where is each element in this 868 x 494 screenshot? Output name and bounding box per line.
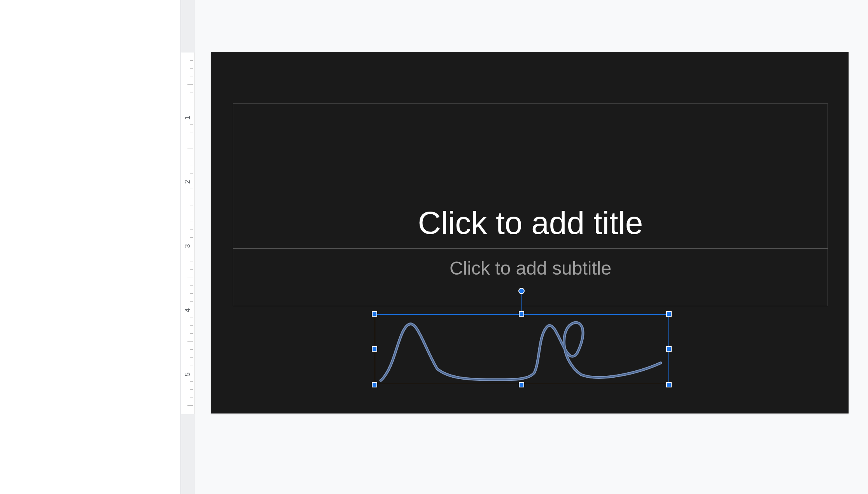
ruler-tick xyxy=(190,205,193,205)
ruler-label: 3 xyxy=(184,242,192,250)
ruler-tick xyxy=(190,389,193,390)
scribble-icon xyxy=(375,314,668,384)
ruler-label: 1 xyxy=(184,114,192,122)
vertical-ruler[interactable]: 1 2 3 4 5 xyxy=(181,53,195,414)
slide[interactable]: Click to add title Click to add subtitle xyxy=(211,52,849,413)
resize-handle-bottom-right[interactable] xyxy=(666,382,672,387)
ruler-tick xyxy=(190,197,193,197)
ruler-tick xyxy=(190,109,193,109)
ruler-tick xyxy=(190,261,193,261)
selected-scribble-shape[interactable] xyxy=(375,314,668,384)
ruler-tick xyxy=(190,237,193,238)
ruler-tick xyxy=(190,285,193,286)
resize-handle-top-right[interactable] xyxy=(666,311,672,317)
ruler-tick xyxy=(190,77,193,77)
ruler-tick xyxy=(190,325,193,326)
ruler-tick xyxy=(190,317,193,317)
ruler-tick xyxy=(190,357,193,358)
ruler-tick xyxy=(190,93,193,93)
ruler-tick xyxy=(190,333,193,334)
title-placeholder-text: Click to add title xyxy=(418,205,643,241)
ruler-tick xyxy=(190,366,193,366)
resize-handle-middle-left[interactable] xyxy=(372,346,377,352)
ruler-tick xyxy=(190,253,193,253)
resize-handle-bottom-left[interactable] xyxy=(372,382,377,387)
ruler-tick xyxy=(190,189,193,189)
slide-container: Click to add title Click to add subtitle xyxy=(211,52,849,413)
ruler-label: 2 xyxy=(184,178,192,186)
ruler-tick xyxy=(190,301,193,302)
resize-handle-middle-right[interactable] xyxy=(666,346,672,352)
subtitle-placeholder-text: Click to add subtitle xyxy=(450,258,611,279)
ruler-tick xyxy=(187,84,193,85)
ruler-tick xyxy=(190,398,193,398)
ruler-tick xyxy=(190,293,193,294)
ruler-gutter-top xyxy=(181,0,195,53)
subtitle-placeholder[interactable]: Click to add subtitle xyxy=(233,249,828,306)
canvas-area[interactable]: 1 2 3 4 5 xyxy=(181,0,868,494)
ruler-tick xyxy=(190,229,193,229)
ruler-tick xyxy=(187,149,193,149)
ruler-tick xyxy=(187,405,193,406)
ruler-tick xyxy=(187,213,193,213)
ruler-tick xyxy=(190,133,193,133)
selection-box xyxy=(375,314,668,384)
ruler-tick xyxy=(190,221,193,221)
ruler-tick xyxy=(187,341,193,342)
ruler-tick xyxy=(190,60,193,61)
ruler-tick xyxy=(190,141,193,141)
ruler-label: 4 xyxy=(184,307,192,314)
ruler-tick xyxy=(190,165,193,165)
ruler-tick xyxy=(190,381,193,382)
ruler-tick xyxy=(190,124,193,125)
ruler-tick xyxy=(190,173,193,173)
resize-handle-top-left[interactable] xyxy=(372,311,377,317)
title-placeholder[interactable]: Click to add title xyxy=(233,103,828,249)
resize-handle-top-center[interactable] xyxy=(519,311,524,317)
ruler-tick xyxy=(190,101,193,101)
ruler-tick xyxy=(190,157,193,157)
ruler-tick xyxy=(187,277,193,277)
rotation-handle[interactable] xyxy=(518,288,525,294)
ruler-tick xyxy=(190,349,193,350)
ruler-tick xyxy=(190,269,193,270)
ruler-tick xyxy=(190,68,193,69)
resize-handle-bottom-center[interactable] xyxy=(519,382,524,387)
ruler-gutter-bottom xyxy=(181,414,195,494)
ruler-label: 5 xyxy=(184,371,192,378)
slide-panel xyxy=(0,0,180,494)
